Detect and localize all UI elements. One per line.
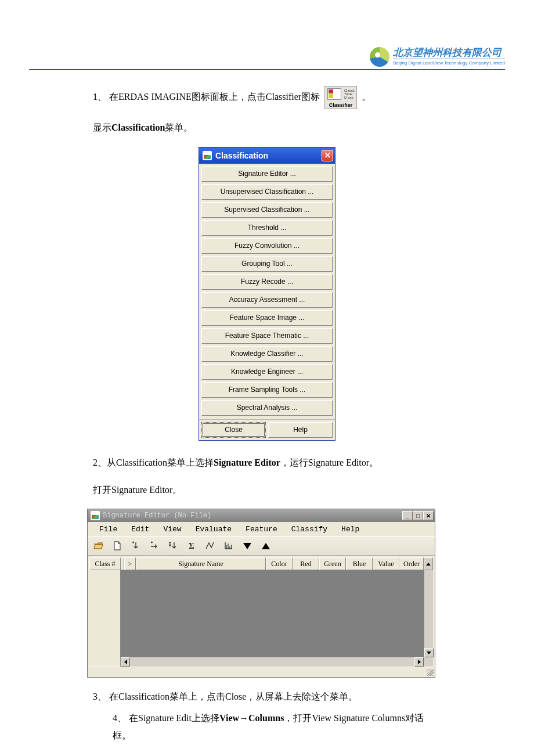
scroll-right-button[interactable] [414,657,424,667]
line-open-signature-editor: 打开Signature Editor。 [93,482,441,499]
erdas-app-icon [203,151,212,160]
menu-knowledge-engineer[interactable]: Knowledge Engineer ... [201,364,333,380]
menu-feature-space-thematic[interactable]: Feature Space Thematic ... [201,328,333,344]
col-blue[interactable]: Blue [346,557,373,570]
step-1-text-b: 。 [362,92,371,102]
col-order[interactable]: Order [399,557,424,570]
menu-classify[interactable]: Classify [284,524,334,535]
minimize-button[interactable]: _ [402,511,413,520]
add-down-icon[interactable] [129,539,142,552]
menu-unsupervised-classification[interactable]: Unsupervised Classification ... [201,184,333,200]
menu-signature-editor[interactable]: Signature Editor ... [201,166,333,182]
dialog-help-btn[interactable]: Help [268,422,333,438]
classifier-icon-label: Classifier [325,102,356,108]
col-signature-name[interactable]: Signature Name [136,557,266,570]
step-1-text-a: 1、 在ERDAS IMAGINE图标面板上，点击Classifier图标 [93,92,320,102]
new-icon[interactable] [111,539,124,552]
col-class-num[interactable]: Class # [89,557,121,570]
dialog-title-text: Classification [215,151,268,160]
menu-frame-sampling-tools[interactable]: Frame Sampling Tools ... [201,382,333,398]
dialog-close-btn[interactable]: Close [201,422,266,438]
col-green[interactable]: Green [319,557,346,570]
dialog-titlebar[interactable]: Classification ✕ [199,147,335,164]
classification-dialog: Classification ✕ Signature Editor ... Un… [199,147,335,441]
erdas-app-icon [91,511,100,520]
col-caret[interactable]: > [124,557,136,570]
step-4: 4、 在Signature Edit上选择View→Columns，打开View… [93,710,441,745]
col-color[interactable]: Color [266,557,293,570]
menu-edit[interactable]: Edit [124,524,156,535]
menu-feature[interactable]: Feature [239,524,284,535]
triangle-up-icon[interactable] [259,539,272,552]
menu-knowledge-classifier[interactable]: Knowledge Classifier ... [201,346,333,362]
sigma-icon[interactable]: Σ [185,539,198,552]
scroll-down-button[interactable] [424,648,434,657]
classifier-toolbar-icon: Class1TableQ ask Classifier [324,86,357,109]
col-value[interactable]: Value [373,557,399,570]
menu-evaluate[interactable]: Evaluate [189,524,239,535]
vertical-scrollbar[interactable] [424,570,433,657]
menu-grouping-tool[interactable]: Grouping Tool ... [201,256,333,272]
menu-fuzzy-convolution[interactable]: Fuzzy Convolution ... [201,238,333,254]
triangle-down-icon[interactable] [241,539,254,552]
histogram-icon[interactable] [222,539,235,552]
list-down-icon[interactable] [167,539,179,552]
col-red[interactable]: Red [293,557,319,570]
company-name-en: Beijing Digital LandView Technology Comp… [393,60,505,66]
page-header: 北京望神州科技有限公司 Beijing Digital LandView Tec… [29,35,505,70]
signature-editor-window: Signature Editor (No File) _ □ ✕ File Ed… [87,509,435,678]
menu-threshold[interactable]: Threshold ... [201,220,333,236]
add-right-icon[interactable] [148,539,161,552]
menu-supervised-classification[interactable]: Supervised Classification ... [201,202,333,218]
sig-toolbar: Σ [88,536,435,556]
company-logo: 北京望神州科技有限公司 Beijing Digital LandView Tec… [370,47,505,67]
company-name-cn: 北京望神州科技有限公司 [393,48,505,57]
close-button[interactable]: ✕ [423,511,434,520]
menu-fuzzy-recode[interactable]: Fuzzy Recode ... [201,274,333,290]
sig-grid-header: Class # > Signature Name Color Red Green… [89,557,433,570]
sig-title-text: Signature Editor (No File) [103,512,211,520]
menu-spectral-analysis[interactable]: Spectral Analysis ... [201,400,333,416]
horizontal-scrollbar[interactable] [89,657,433,667]
menu-view[interactable]: View [156,524,188,535]
sig-grid-body[interactable] [89,570,433,657]
dialog-close-button[interactable]: ✕ [322,150,333,161]
zigzag-icon[interactable] [204,539,217,552]
maximize-button[interactable]: □ [413,511,423,520]
logo-swirl-icon [370,47,389,67]
menu-file[interactable]: File [92,524,124,535]
scroll-left-button[interactable] [121,657,130,667]
step-3: 3、 在Classification菜单上，点击Close，从屏幕上去除这个菜单… [93,688,441,705]
sig-titlebar[interactable]: Signature Editor (No File) _ □ ✕ [88,509,435,522]
sig-menubar: File Edit View Evaluate Feature Classify… [88,522,435,536]
sig-statusbar [88,667,435,677]
step-2: 2、从Classification菜单上选择Signature Editor，运… [93,455,441,471]
menu-help[interactable]: Help [334,524,366,535]
line-show-classification: 显示Classification菜单。 [93,120,441,136]
scroll-up-button[interactable] [424,557,433,570]
menu-feature-space-image[interactable]: Feature Space Image ... [201,310,333,326]
step-1: 1、 在ERDAS IMAGINE图标面板上，点击Classifier图标 Cl… [93,86,441,109]
menu-accuracy-assessment[interactable]: Accuracy Assessment ... [201,292,333,308]
open-icon[interactable] [92,539,105,552]
